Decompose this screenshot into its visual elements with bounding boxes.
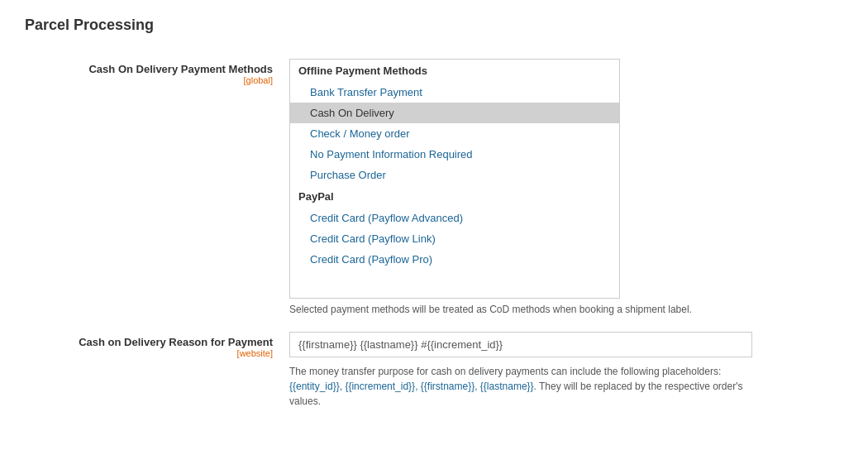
cod-payment-methods-field: Offline Payment Methods Bank Transfer Pa… — [289, 59, 802, 315]
cod-reason-row: Cash on Delivery Reason for Payment [web… — [25, 332, 843, 409]
cod-payment-methods-label: Cash On Delivery Payment Methods — [25, 63, 273, 75]
cod-reason-scope: [website] — [25, 348, 273, 358]
cod-payment-methods-row: Cash On Delivery Payment Methods [global… — [25, 59, 843, 315]
option-no-payment-info[interactable]: No Payment Information Required — [290, 144, 619, 165]
group-label-offline: Offline Payment Methods — [290, 60, 619, 82]
option-bank-transfer[interactable]: Bank Transfer Payment — [290, 82, 619, 103]
cod-payment-methods-scope: [global] — [25, 75, 273, 85]
group-label-paypal: PayPal — [290, 185, 619, 208]
cod-payment-methods-label-container: Cash On Delivery Payment Methods [global… — [25, 59, 289, 85]
page-title: Parcel Processing — [25, 17, 843, 34]
option-payflow-advanced[interactable]: Credit Card (Payflow Advanced) — [290, 208, 619, 228]
option-check-money-order[interactable]: Check / Money order — [290, 123, 619, 144]
cod-reason-field: The money transfer purpose for cash on d… — [289, 332, 802, 409]
cod-payment-methods-select[interactable]: Offline Payment Methods Bank Transfer Pa… — [289, 59, 620, 299]
option-purchase-order[interactable]: Purchase Order — [290, 165, 619, 185]
cod-reason-label-container: Cash on Delivery Reason for Payment [web… — [25, 332, 289, 358]
cod-reason-hint-text: The money transfer purpose for cash on d… — [289, 366, 721, 377]
cod-reason-label: Cash on Delivery Reason for Payment — [25, 336, 273, 348]
cod-reason-hint: The money transfer purpose for cash on d… — [289, 364, 752, 409]
option-payflow-pro[interactable]: Credit Card (Payflow Pro) — [290, 249, 619, 270]
cod-payment-methods-help: Selected payment methods will be treated… — [289, 304, 802, 315]
cod-reason-placeholders: {{entity_id}}, {{increment_id}}, {{first… — [289, 381, 534, 392]
option-payflow-link[interactable]: Credit Card (Payflow Link) — [290, 228, 619, 249]
option-cash-on-delivery[interactable]: Cash On Delivery — [290, 103, 619, 123]
cod-reason-input[interactable] — [289, 332, 752, 357]
